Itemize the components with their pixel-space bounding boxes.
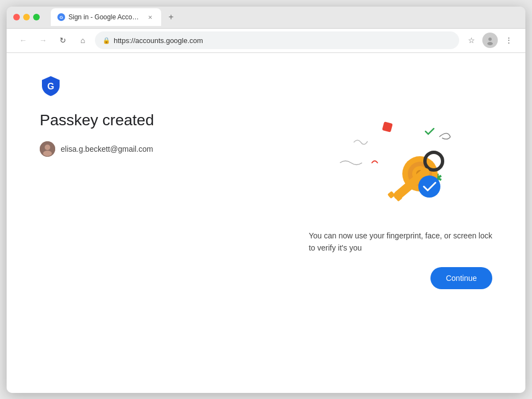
forward-button[interactable]: → — [35, 33, 51, 48]
address-bar: ← → ↻ ⌂ 🔒 https://accounts.google.com ☆ — [7, 29, 525, 53]
svg-text:G: G — [47, 82, 54, 91]
address-actions: ☆ ⋮ — [464, 33, 517, 48]
tab-close-icon[interactable]: ✕ — [146, 13, 155, 22]
passkey-illustration: ✱ ✱ — [323, 110, 478, 221]
bookmark-button[interactable]: ☆ — [464, 33, 479, 48]
right-panel: ✱ ✱ — [308, 110, 492, 290]
svg-point-5 — [45, 145, 50, 150]
close-button[interactable] — [13, 14, 20, 20]
lock-icon: 🔒 — [103, 37, 110, 44]
continue-button[interactable]: Continue — [430, 267, 492, 289]
tab-title: Sign in - Google Accounts — [68, 13, 142, 21]
page-title: Passkey created — [40, 110, 286, 130]
traffic-lights — [13, 14, 40, 20]
main-card: G Passkey created elisa.g.beckett@g — [40, 75, 492, 290]
home-button[interactable]: ⌂ — [75, 33, 91, 48]
svg-point-2 — [487, 42, 493, 45]
browser-window: G Sign in - Google Accounts ✕ + ← → ↻ ⌂ … — [7, 7, 525, 393]
google-shield-logo: G — [40, 75, 62, 97]
profile-icon — [485, 35, 495, 45]
user-email: elisa.g.beckett@gmail.com — [61, 145, 153, 153]
tab-favicon: G — [57, 13, 65, 21]
tab-bar: G Sign in - Google Accounts ✕ + — [51, 8, 519, 26]
title-bar: G Sign in - Google Accounts ✕ + — [7, 7, 525, 29]
maximize-button[interactable] — [33, 14, 40, 20]
new-tab-button[interactable]: + — [163, 9, 179, 25]
user-row: elisa.g.beckett@gmail.com — [40, 141, 286, 157]
page-content: G Passkey created elisa.g.beckett@g — [7, 53, 525, 393]
url-bar[interactable]: 🔒 https://accounts.google.com — [95, 31, 459, 49]
refresh-button[interactable]: ↻ — [55, 33, 71, 48]
description-text: You can now use your fingerprint, face, … — [308, 230, 492, 254]
content-layout: Passkey created elisa.g.beckett@gmail.co… — [40, 110, 492, 290]
svg-rect-7 — [382, 121, 393, 132]
svg-point-18 — [418, 175, 440, 198]
profile-button[interactable] — [482, 33, 498, 48]
svg-point-6 — [43, 151, 52, 156]
url-text: https://accounts.google.com — [114, 36, 203, 45]
svg-point-1 — [488, 38, 492, 41]
more-options-button[interactable]: ⋮ — [501, 33, 517, 48]
active-tab[interactable]: G Sign in - Google Accounts ✕ — [51, 8, 161, 26]
user-avatar — [40, 141, 55, 157]
minimize-button[interactable] — [23, 14, 30, 20]
back-button[interactable]: ← — [15, 33, 31, 48]
left-panel: Passkey created elisa.g.beckett@gmail.co… — [40, 110, 286, 157]
bottom-section: Continue — [308, 254, 492, 289]
